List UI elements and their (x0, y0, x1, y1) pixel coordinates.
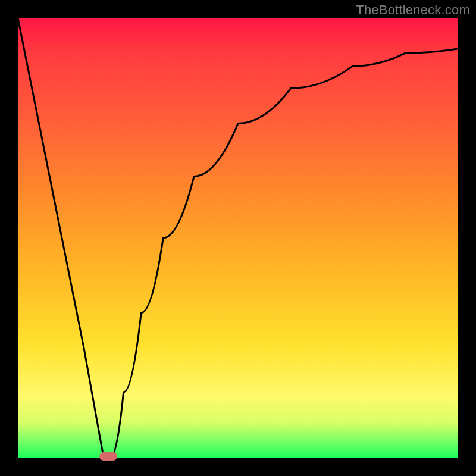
curve-svg (18, 18, 458, 458)
cusp-marker (99, 452, 117, 461)
chart-frame: TheBottleneck.com (0, 0, 476, 476)
bottleneck-curve (18, 18, 458, 458)
plot-area (18, 18, 458, 458)
watermark-text: TheBottleneck.com (356, 2, 470, 18)
